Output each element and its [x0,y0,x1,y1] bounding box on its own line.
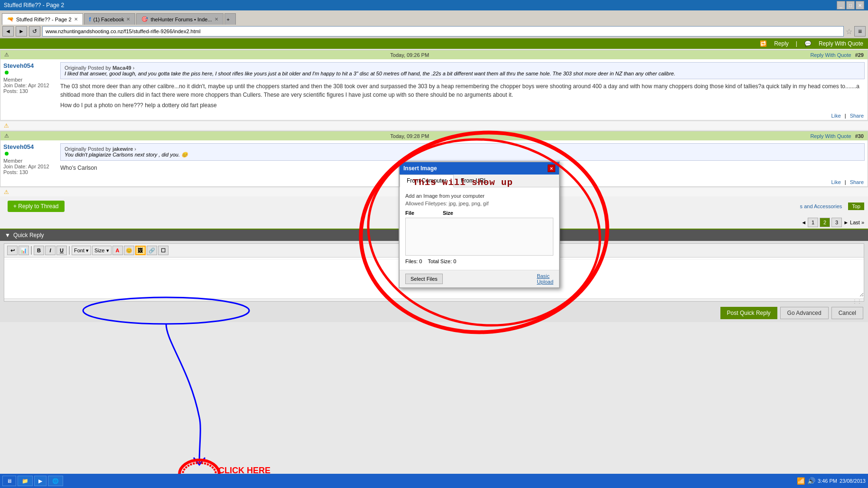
toolbar-underline-button[interactable]: U [56,246,67,255]
post-quick-reply-button[interactable]: Post Quick Reply [720,307,777,319]
size-label: Size [443,210,453,216]
toolbar-chart-button[interactable]: 📊 [19,246,29,255]
basic-upload-link[interactable]: Basic Upload [537,273,553,285]
resize-handle[interactable]: ⋮⋮ [4,298,864,301]
like-button-1[interactable]: Like [831,113,841,119]
top-button[interactable]: Top [848,203,864,210]
toolbar-emoji-button[interactable]: 😊 [124,246,134,255]
quote-header-2: Originally Posted by jakewire › [65,146,860,152]
page-1-button[interactable]: 1 [808,218,818,227]
toolbar-color-button[interactable]: A [112,246,123,255]
post-username-2[interactable]: Steveh054 [3,143,60,150]
page-2-button[interactable]: 2 [820,218,830,227]
forward-button[interactable]: ► [16,26,27,37]
toolbar-link-button[interactable]: 🔗 [147,246,157,255]
tabs-bar: 🔫 Stuffed Rifle?? - Page 2 ✕ f (1) Faceb… [0,10,868,25]
post-highlighted-text-1: How do I put a photo on here??? help a d… [60,102,865,109]
page-3-button[interactable]: 3 [831,218,842,227]
post-timestamp-1: Today, 09:26 PM [390,52,429,58]
reply-with-quote-icon: 💬 [804,40,812,47]
refresh-button[interactable]: ↺ [29,26,40,37]
post-header-1: ⚠ Today, 09:26 PM Reply With Quote #29 [0,50,868,59]
taskbar-left: 🖥 📁 ▶ 🌐 [2,476,63,486]
post-username-1[interactable]: Steveh054 [3,62,60,69]
network-icon: 📶 [797,477,805,485]
taskbar-chrome[interactable]: 🌐 [48,476,63,486]
toolbar-image-button[interactable]: 🖼 [135,246,146,255]
close-button[interactable]: ✕ [856,1,864,9]
cancel-reply-button[interactable]: Cancel [831,307,863,319]
maximize-button[interactable]: □ [846,1,855,9]
start-button[interactable]: 🖥 [2,476,16,486]
share-button-2[interactable]: Share [850,179,864,185]
bookmark-icon[interactable]: ☆ [846,27,852,36]
reply-with-quote-btn-2[interactable]: Reply With Quote [810,133,851,139]
next-page-icon[interactable]: ► [843,220,849,225]
post-join-1: Join Date: Apr 2012 [3,83,60,88]
files-count-label: Files: 0 Total Size: 0 [405,258,456,264]
page-wrapper: Stuffed Rifle?? - Page 2 _ □ ✕ 🔫 Stuffed… [0,0,868,488]
post-role-1: Member [3,77,60,83]
go-advanced-button[interactable]: Go Advanced [780,307,829,319]
dialog-description: Add an Image from your computer [405,193,553,199]
collapse-icon: ▼ [5,232,10,239]
dialog-title: Insert Image [403,165,437,172]
post-num-1: #29 [855,52,864,58]
tab-close-2[interactable]: ✕ [126,17,130,22]
post-content-1: Originally Posted by Maca49 › I liked th… [60,62,865,109]
system-time: 3:46 PM [818,478,837,484]
reply-buttons-row: Post Quick Reply Go Advanced Cancel [0,304,868,322]
back-button[interactable]: ◄ [2,26,14,37]
reply-button[interactable]: Reply [774,40,789,47]
reply-thread-button[interactable]: + Reply to Thread [8,201,65,212]
reply-with-quote-icon-1[interactable]: Reply With Quote [810,52,851,58]
taskbar-media[interactable]: ▶ [34,476,47,486]
separator-2: | [845,179,846,185]
resize-icon: ⋮⋮ [852,299,862,301]
like-button-2[interactable]: Like [831,179,841,185]
browser-title-bar: Stuffed Rifle?? - Page 2 _ □ ✕ [0,0,868,10]
tab-facebook[interactable]: f (1) Facebook ✕ [84,13,136,25]
quote-header-1: Originally Posted by Maca49 › [65,65,860,71]
tab-close-1[interactable]: ✕ [74,17,78,22]
tab-new[interactable]: + [224,13,236,25]
dialog-footer: Files: 0 Total Size: 0 [405,258,553,264]
toolbar-italic-button[interactable]: I [45,246,56,255]
accessories-link[interactable]: s and Accessories [800,203,842,209]
post-posts-1: Posts: 130 [3,88,60,94]
toolbar-bold-button[interactable]: B [34,246,44,255]
tab-close-3[interactable]: ✕ [215,17,218,22]
menu-icon[interactable]: ≡ [854,26,866,37]
toolbar-extra-button[interactable]: ☐ [158,246,168,255]
last-page-btn[interactable]: Last » [850,220,864,225]
tab-stuffed-rifle[interactable]: 🔫 Stuffed Rifle?? - Page 2 ✕ [2,13,83,25]
pagination-area: s and Accessories Top [800,203,864,210]
post-warning-icon-1: ⚠ [4,52,9,58]
post-num-2: #30 [855,133,864,139]
size-selector[interactable]: Size ▾ [92,246,111,255]
taskbar-explorer[interactable]: 📁 [18,476,33,486]
dialog-tab-computer[interactable]: From Computer [400,175,454,187]
reply-icon: 🔁 [760,40,767,47]
dialog-close-button[interactable]: × [548,165,555,172]
dialog-tab-url[interactable]: From URL [454,175,494,187]
quote-text-2: You didn't plagiarize Carlsons next stor… [65,152,860,158]
post-sidebar-1: Steveh054 Member Join Date: Apr 2012 Pos… [3,62,60,109]
minimize-button[interactable]: _ [837,1,845,9]
prev-page-icon[interactable]: ◄ [801,220,806,225]
file-upload-labels: File Size [405,210,553,216]
tab-hunter-forums[interactable]: 🎯 theHunter Forums • Inde... ✕ [136,13,223,25]
reply-with-quote-button[interactable]: Reply With Quote [819,40,863,47]
post-body-1: Steveh054 Member Join Date: Apr 2012 Pos… [0,59,868,111]
title-bar-buttons: _ □ ✕ [837,1,864,9]
separator: | [796,40,797,47]
select-files-button[interactable]: Select Files [405,274,443,284]
toolbar-undo-button[interactable]: ↩ [7,246,18,255]
share-button-1[interactable]: Share [850,113,864,119]
address-bar[interactable] [42,26,844,37]
warning-icon: ⚠ [4,122,9,129]
dialog-body: Add an Image from your computer Allowed … [400,187,559,270]
font-selector[interactable]: Font ▾ [72,246,91,255]
toolbar-separator-1 [31,246,32,255]
dialog-bottom-row: Select Files Basic Upload [400,270,559,287]
